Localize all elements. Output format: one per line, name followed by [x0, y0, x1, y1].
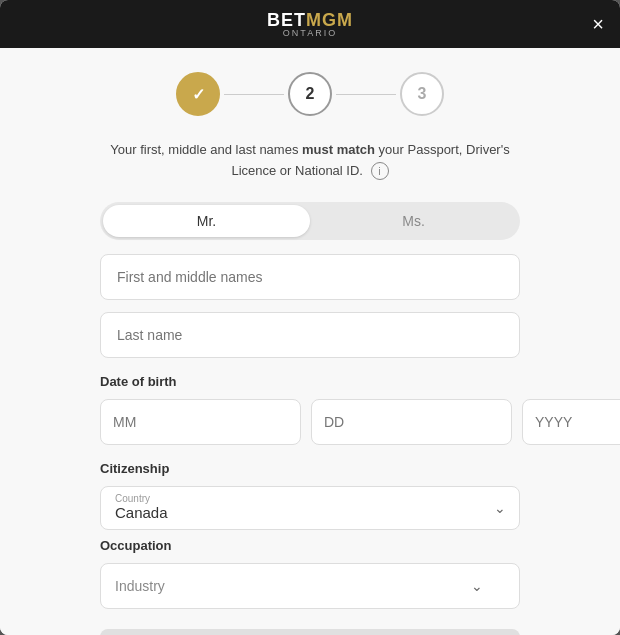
last-name-input[interactable]: [100, 312, 520, 358]
step-line-2: [336, 94, 396, 95]
logo-mgm: MGM: [306, 10, 353, 30]
dob-row: [100, 399, 520, 445]
mr-button[interactable]: Mr.: [103, 205, 310, 237]
industry-box[interactable]: Industry ⌄: [100, 563, 520, 609]
continue-button[interactable]: Continue: [100, 629, 520, 635]
first-middle-name-input[interactable]: [100, 254, 520, 300]
logo-bet: BET: [267, 10, 306, 30]
dob-yyyy-input[interactable]: [522, 399, 620, 445]
dob-dd-input[interactable]: [311, 399, 512, 445]
industry-select[interactable]: Industry ⌄: [100, 563, 520, 609]
logo-text: BETMGM: [267, 12, 353, 29]
dob-label: Date of birth: [100, 374, 520, 389]
step-1: ✓: [176, 72, 220, 116]
info-text-bold: must match: [302, 142, 375, 157]
logo: BETMGM ONTARIO: [267, 10, 353, 38]
salutation-toggle: Mr. Ms.: [100, 202, 520, 240]
ms-button[interactable]: Ms.: [310, 205, 517, 237]
industry-chevron-icon: ⌄: [471, 578, 483, 594]
dob-mm-input[interactable]: [100, 399, 301, 445]
citizenship-label: Citizenship: [100, 461, 520, 476]
form-content: ✓ 2 3 Your first, middle and last names …: [0, 48, 620, 635]
close-button[interactable]: ×: [592, 14, 604, 34]
info-icon[interactable]: i: [371, 162, 389, 180]
country-value: Canada: [115, 504, 483, 521]
industry-placeholder: Industry: [115, 578, 165, 594]
step-line-1: [224, 94, 284, 95]
step-3: 3: [400, 72, 444, 116]
steps-indicator: ✓ 2 3: [100, 72, 520, 116]
occupation-label: Occupation: [100, 538, 520, 553]
info-text: Your first, middle and last names must m…: [100, 140, 520, 182]
step-2: 2: [288, 72, 332, 116]
country-inner[interactable]: Country Canada: [100, 486, 520, 530]
citizenship-select[interactable]: Country Canada ⌄: [100, 486, 520, 530]
modal-container: BETMGM ONTARIO × ✓ 2 3 Your first, middl…: [0, 0, 620, 635]
country-sublabel: Country: [115, 493, 483, 504]
header: BETMGM ONTARIO ×: [0, 0, 620, 48]
